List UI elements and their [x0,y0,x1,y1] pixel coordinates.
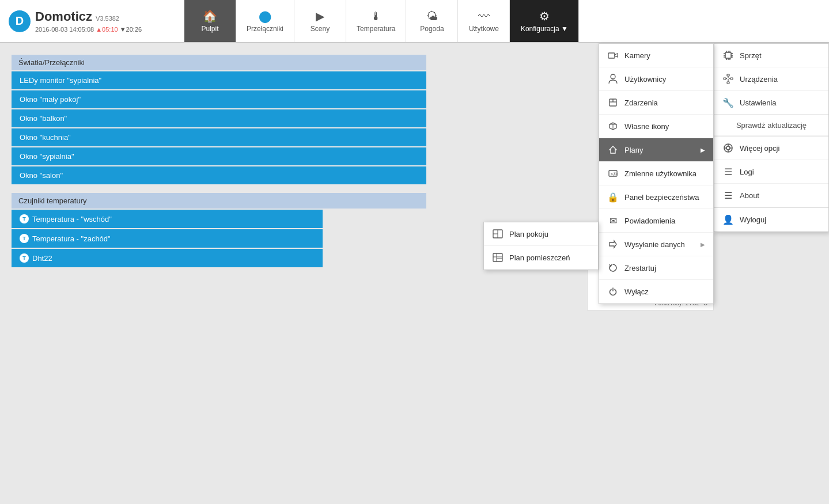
menu-ustawienia-label: Ustawienia [740,98,820,107]
menu-sprawdz[interactable]: Sprawdź aktualizację [714,115,828,136]
menu-wylacz[interactable]: Wyłącz [599,280,713,304]
menu-plan-pomieszczen[interactable]: Plan pomieszczeń [484,246,598,270]
restart-icon [607,262,619,274]
app-datetime: 2016-08-03 14:05:08 ▲05:10 ▼20:26 [35,26,142,33]
tab-uzytkowe-label: Użytkowe [469,25,499,33]
svg-text:</>: </> [611,171,618,177]
menu-wiecej-label: Więcej opcji [740,144,820,153]
pogoda-icon: 🌤 [426,10,438,23]
svg-rect-16 [727,82,729,84]
temp-item[interactable]: T Dht22 [12,249,323,267]
app-version: V3.5382 [96,15,119,22]
tab-przelaczniki[interactable]: ⬤ Przełączniki [236,0,294,42]
cube-icon [607,120,619,132]
main-content: Światła/Przełączniki LEDy monitor "sypia… [0,43,829,504]
nav-tabs: 🏠 Pulpit ⬤ Przełączniki ▶ Sceny 🌡 Temper… [184,0,829,42]
tab-pulpit[interactable]: 🏠 Pulpit [184,0,236,42]
logo-area: D Domoticz V3.5382 2016-08-03 14:05:08 ▲… [0,0,184,42]
menu-wlasne-ikony-label: Własne ikony [624,122,705,131]
temp-label: Temperatura - "zachód" [32,234,111,243]
menu-wyloguj-label: Wyloguj [740,215,820,224]
svg-rect-14 [724,78,726,79]
power-icon [607,286,619,297]
menu-plan-pokoju[interactable]: Plan pokoju [484,222,598,246]
tab-sceny-label: Sceny [311,25,330,33]
menu-urzadzenia-label: Urządzenia [740,75,820,84]
svg-marker-39 [610,241,616,248]
tab-konfiguracja[interactable]: ⚙ Konfiguracja ▼ [510,0,579,42]
list-item[interactable]: Okno "salon" [12,166,426,184]
switches-header: Światła/Przełączniki [12,55,426,70]
menu-plany-label: Plany [624,146,695,154]
menu-uzytkownicy-label: Użytkownicy [624,75,705,84]
menu-wysylanie[interactable]: Wysyłanie danych ▶ [599,233,713,256]
list-item[interactable]: Okno "kuchnia" [12,128,426,146]
tab-pulpit-label: Pulpit [201,25,218,33]
header: D Domoticz V3.5382 2016-08-03 14:05:08 ▲… [0,0,829,43]
tab-pogoda-label: Pogoda [420,25,444,33]
wrench-icon: 🔧 [722,97,734,108]
tab-uzytkowe[interactable]: 〰 Użytkowe [458,0,510,42]
menu-sprzet[interactable]: Sprzęt [714,44,828,67]
menu-zdarzenia[interactable]: Zdarzenia [599,91,713,115]
tab-temperatura-label: Temperatura [357,25,395,33]
svg-rect-15 [730,78,733,79]
przelaczniki-icon: ⬤ [259,9,271,23]
menu-powiadomienia[interactable]: ✉ Powiadomienia [599,209,713,233]
list-item[interactable]: Okno "mały pokój" [12,90,426,108]
temp-item[interactable]: T Temperatura - "wschód" [12,210,323,228]
time-up: ▲05:10 [96,26,118,33]
menu-kamery[interactable]: Kamery [599,44,713,67]
app-name: Domoticz [35,9,92,24]
tab-pogoda[interactable]: 🌤 Pogoda [406,0,458,42]
menu-zmienne[interactable]: </> Zmienne użytkownika [599,162,713,185]
temp-item[interactable]: T Temperatura - "zachód" [12,229,323,248]
menu-wylacz-label: Wyłącz [624,287,705,296]
tab-przelaczniki-label: Przełączniki [247,25,283,33]
temp-icon: T [20,234,29,243]
list-item[interactable]: Okno "sypialnia" [12,147,426,165]
box-icon [607,97,619,108]
menu-wlasne-ikony[interactable]: Własne ikony [599,115,713,138]
menu-konfiguracja: Sprzęt Urządzenia [714,43,829,232]
menu-zrestartuj[interactable]: Zrestartuj [599,256,713,280]
menu-ustawienia[interactable]: 🔧 Ustawienia [714,91,828,115]
menu-logi[interactable]: ☰ Logi [714,160,828,184]
arrow-icon [607,238,619,250]
list2-icon: ☰ [722,190,734,201]
temperatures-section: Czujniki temperatury T Temperatura - "ws… [12,193,426,267]
temperatures-header: Czujniki temperatury [12,193,426,209]
menu-kamery-label: Kamery [624,51,705,60]
svg-marker-28 [615,54,618,57]
switches-section: Światła/Przełączniki LEDy monitor "sypia… [12,55,426,184]
tab-konfiguracja-label: Konfiguracja ▼ [521,25,568,33]
camera-icon [607,50,619,61]
tab-sceny[interactable]: ▶ Sceny [294,0,346,42]
menu-zdarzenia-label: Zdarzenia [624,98,705,107]
floorplan2-icon [492,252,504,263]
temperatura-icon: 🌡 [370,10,382,23]
svg-point-22 [726,146,730,150]
menu-powiadomienia-label: Powiadomienia [624,217,705,225]
list-item[interactable]: LEDy monitor "sypialnia" [12,71,426,89]
menu-zmienne-label: Zmienne użytkownika [624,169,705,178]
menu-panel[interactable]: 🔒 Panel bezpieczeństwa [599,185,713,209]
person-icon [607,73,619,85]
svg-rect-27 [608,53,615,58]
network-icon [722,73,734,85]
menu-plany[interactable]: Plany ▶ [599,138,713,162]
menu-plany-submenu: Plan pokoju Plan pomieszczeń [483,222,599,270]
temp-label: Temperatura - "wschód" [32,215,112,223]
menu-wyloguj[interactable]: 👤 Wyloguj [714,208,828,232]
menu-urzadzenia[interactable]: Urządzenia [714,67,828,91]
menu-uzytkownicy[interactable]: Użytkownicy [599,67,713,91]
menu-wiecej[interactable]: Więcej opcji [714,137,828,160]
list-item[interactable]: Okno "balkon" [12,109,426,127]
user-icon: 👤 [722,214,734,225]
temp-label: Dht22 [32,254,52,263]
svg-marker-36 [610,146,616,153]
menu-plan-pokoju-label: Plan pokoju [509,230,590,238]
tab-temperatura[interactable]: 🌡 Temperatura [346,0,406,42]
menu-about[interactable]: ☰ About [714,184,828,207]
menu-logi-label: Logi [740,168,820,176]
